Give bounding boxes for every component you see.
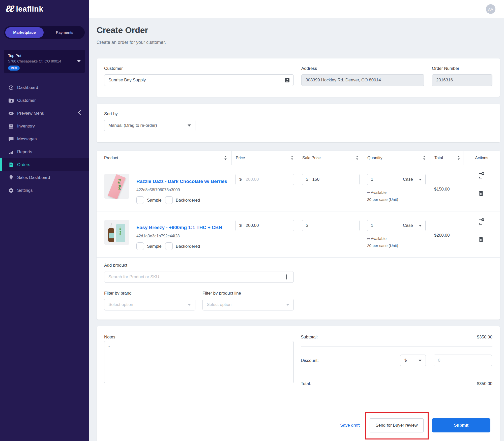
save-draft-link[interactable]: Save draft — [340, 423, 360, 428]
column-header-sale-price[interactable]: Sale Price — [298, 151, 363, 165]
sidebar-divider — [0, 18, 89, 18]
notes-textarea[interactable]: - — [104, 341, 294, 383]
inventory-box-icon — [8, 123, 14, 129]
sidebar-item-label: Orders — [17, 162, 30, 167]
sort-arrows-icon[interactable] — [224, 156, 227, 160]
price-input[interactable] — [245, 177, 290, 182]
page-title: Create Order — [97, 25, 148, 35]
sale-price-input[interactable] — [312, 223, 356, 228]
filter-product-line-select[interactable]: Select option — [202, 299, 294, 310]
caret-down-icon — [419, 225, 422, 227]
sort-arrows-icon[interactable] — [457, 156, 460, 160]
quantity-input[interactable] — [367, 220, 399, 231]
delete-row-icon[interactable] — [478, 190, 484, 198]
marketplace-payments-toggle[interactable]: Marketplace Payments — [4, 26, 85, 39]
column-label: Price — [236, 156, 245, 160]
subtotal-value: $350.00 — [477, 335, 492, 340]
sidebar-item-preview-menu[interactable]: Preview Menu — [0, 107, 89, 120]
sale-price-input-group: $ — [302, 220, 360, 231]
product-name-link[interactable]: Easy Breezy - +900mg 1:1 THC + CBN — [136, 225, 222, 230]
backordered-label: Backordered — [176, 244, 200, 249]
delete-row-icon[interactable] — [478, 236, 484, 244]
discount-unit-select[interactable]: $ — [400, 355, 426, 366]
submit-button[interactable]: Submit — [432, 418, 490, 432]
sidebar-item-settings[interactable]: Settings — [0, 184, 89, 197]
caret-down-icon — [188, 124, 191, 127]
customer-input[interactable] — [104, 74, 294, 86]
sidebar-item-label: Dashboard — [17, 85, 38, 90]
currency-symbol: $ — [306, 223, 308, 228]
summary-divider — [301, 346, 492, 347]
quantity-input[interactable] — [367, 174, 399, 185]
sidebar-item-messages[interactable]: Messages — [0, 133, 89, 145]
total-row: Total: $350.00 — [301, 381, 492, 386]
sidebar-item-reports[interactable]: Reports — [0, 145, 89, 158]
sidebar-item-orders[interactable]: Orders — [0, 158, 89, 171]
payments-toggle-button[interactable]: Payments — [44, 26, 85, 39]
account-address: 5780 Chesapeake Ct, CO 80014 — [8, 59, 81, 63]
lightbulb-icon — [8, 175, 14, 181]
send-for-buyer-review-button[interactable]: Send for Buyer review — [370, 418, 424, 432]
marketplace-toggle-button[interactable]: Marketplace — [5, 27, 44, 38]
order-number-label: Order Number — [432, 66, 459, 71]
column-header-quantity[interactable]: Quantity — [363, 151, 430, 165]
sidebar-item-sales-dashboard[interactable]: Sales Dashboard — [0, 171, 89, 184]
price-input[interactable] — [245, 223, 290, 228]
backordered-checkbox[interactable] — [165, 242, 173, 250]
discount-label: Discount: — [301, 358, 319, 363]
filter-brand-select[interactable]: Select option — [104, 299, 195, 310]
backordered-checkbox[interactable] — [165, 196, 173, 204]
column-header-total[interactable]: Total — [430, 151, 463, 165]
product-name-link[interactable]: Razzle Dazz - Dark Chocolate w/ Berries — [136, 179, 227, 184]
duplicate-row-icon[interactable] — [477, 218, 485, 226]
caret-down-icon — [188, 304, 191, 306]
sidebar-item-inventory[interactable]: Inventory — [0, 120, 89, 133]
order-number-field: 2316316 — [432, 74, 492, 86]
column-header-price[interactable]: Price — [231, 151, 298, 165]
sidebar-item-label: Sales Dashboard — [17, 175, 50, 180]
column-label: Actions — [475, 156, 488, 160]
total-value: $350.00 — [477, 381, 492, 386]
sample-checkbox[interactable] — [136, 242, 144, 250]
rec-badge: REC — [8, 66, 20, 71]
price-input-group: $ — [235, 220, 294, 231]
sort-arrows-icon[interactable] — [291, 156, 293, 160]
sidebar-item-label: Customer — [17, 98, 36, 103]
sale-price-input[interactable] — [312, 177, 356, 182]
price-input-group: $ — [235, 174, 294, 185]
sidebar-item-label: Settings — [17, 188, 33, 193]
sort-arrows-icon[interactable] — [423, 156, 426, 160]
column-header-actions: Actions — [463, 151, 500, 165]
account-switcher[interactable]: Top Pot 5780 Chesapeake Ct, CO 80014 REC — [4, 50, 85, 73]
account-caret-down-icon[interactable] — [77, 60, 81, 62]
add-product-search-input[interactable] — [108, 274, 283, 280]
sample-checkbox[interactable] — [136, 196, 144, 204]
sale-price-input-group: $ — [302, 174, 360, 185]
sidebar-item-dashboard[interactable]: Dashboard — [0, 81, 89, 94]
unit-select[interactable]: Case — [399, 174, 425, 185]
address-field: 308399 Hockley Rd. Denver, CO 80014 — [301, 74, 424, 86]
sidebar-item-customer[interactable]: Customer — [0, 94, 89, 107]
top-bar — [89, 0, 504, 18]
sort-card: Sort by Manual (Drag to re-order) — [97, 104, 500, 142]
unit-select[interactable]: Case — [399, 220, 425, 231]
sample-label: Sample — [147, 244, 162, 249]
row-total: $150.00 — [434, 187, 450, 192]
currency-symbol: $ — [306, 177, 308, 182]
case-info-text: 20 per case (Unit) — [367, 197, 398, 202]
column-header-product[interactable]: Product — [97, 151, 231, 165]
user-avatar[interactable]: AA — [486, 4, 495, 14]
caret-down-icon — [419, 360, 422, 361]
leaflink-logo-mark-icon: ℓℓ — [6, 4, 13, 14]
collapse-chevron-left-icon[interactable] — [78, 110, 81, 116]
sidebar-item-label: Inventory — [17, 124, 35, 129]
contact-book-icon[interactable] — [284, 77, 290, 84]
sort-by-value: Manual (Drag to re-order) — [108, 123, 157, 128]
sort-by-select[interactable]: Manual (Drag to re-order) — [104, 120, 195, 131]
sort-arrows-icon[interactable] — [356, 156, 359, 160]
filter-product-line-placeholder: Select option — [207, 302, 231, 307]
discount-amount-input[interactable] — [434, 355, 492, 366]
eye-icon — [8, 110, 14, 116]
duplicate-row-icon[interactable] — [477, 172, 485, 180]
plus-icon[interactable] — [283, 274, 290, 280]
